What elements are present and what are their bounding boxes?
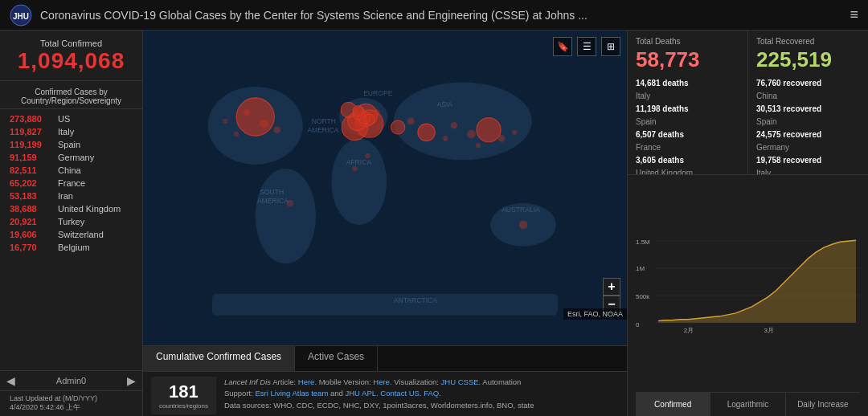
tab-daily-increase[interactable]: Daily Increase <box>786 393 860 416</box>
country-name: Spain <box>58 140 80 149</box>
svg-point-24 <box>273 126 280 133</box>
list-item[interactable]: 19,606Switzerland <box>0 228 142 241</box>
stat-location: France <box>636 143 661 152</box>
tab-active-cases[interactable]: Active Cases <box>295 346 378 371</box>
bottom-info-bar: 181 countries/regions Lancet Inf Dis Art… <box>143 371 627 416</box>
mobile-link[interactable]: Here <box>373 377 390 386</box>
country-count: 91,159 <box>10 153 54 162</box>
center-area: NORTH AMERICA EUROPE ASIA AFRICA SOUTH A… <box>143 31 627 416</box>
svg-point-16 <box>418 124 436 141</box>
svg-point-22 <box>364 114 375 124</box>
recovered-value: 225,519 <box>756 47 860 72</box>
tab-cumulative-confirmed[interactable]: Cumulative Confirmed Cases <box>143 346 295 371</box>
svg-point-23 <box>260 120 268 128</box>
country-count: 119,827 <box>10 127 54 137</box>
map-container[interactable]: NORTH AMERICA EUROPE ASIA AFRICA SOUTH A… <box>143 31 627 345</box>
svg-point-30 <box>407 118 415 125</box>
stat-location: Italy <box>636 92 650 100</box>
article-link[interactable]: Here <box>298 377 315 386</box>
list-item[interactable]: 38,688United Kingdom <box>0 202 142 215</box>
svg-point-29 <box>373 109 380 116</box>
stat-location: Italy <box>756 169 771 175</box>
faq-link[interactable]: FAQ <box>424 389 439 398</box>
svg-text:AFRICA: AFRICA <box>346 158 372 166</box>
country-name: Germany <box>58 153 94 162</box>
country-count: 53,183 <box>10 191 54 201</box>
stat-location: United Kingdom <box>636 169 693 175</box>
jhu-apl-link[interactable]: JHU APL <box>345 389 376 398</box>
list-item[interactable]: 91,159Germany <box>0 151 142 164</box>
contact-link[interactable]: Contact US <box>380 389 420 398</box>
country-count: 82,511 <box>10 165 54 175</box>
country-count: 119,199 <box>10 140 54 149</box>
stat-location: Spain <box>636 117 657 126</box>
deaths-label: Total Deaths <box>636 37 739 46</box>
map-tabs: Cumulative Confirmed Cases Active Cases <box>143 345 627 371</box>
list-item[interactable]: 65,202France <box>0 177 142 190</box>
map-background: NORTH AMERICA EUROPE ASIA AFRICA SOUTH A… <box>143 31 627 345</box>
next-arrow[interactable]: ▶ <box>127 374 136 387</box>
svg-text:NORTH: NORTH <box>312 117 336 125</box>
svg-text:1M: 1M <box>636 265 645 272</box>
list-item[interactable]: 20,921Turkey <box>0 215 142 228</box>
svg-text:0: 0 <box>636 321 640 328</box>
list-view-button[interactable]: ☰ <box>577 37 596 56</box>
grid-view-button[interactable]: ⊞ <box>601 37 620 56</box>
last-updated: Last Updated at (M/D/YYY) 4/4/2020 5:42:… <box>0 390 142 416</box>
country-name: Italy <box>58 127 74 137</box>
bottom-info-text: Lancet Inf Dis Article: Here. Mobile Ver… <box>224 377 619 411</box>
country-name: China <box>58 165 81 175</box>
recovered-label: Total Recovered <box>756 37 860 46</box>
svg-text:ANTARCTICA: ANTARCTICA <box>394 296 438 304</box>
list-item[interactable]: 82,511China <box>0 164 142 177</box>
svg-point-27 <box>451 122 458 129</box>
list-item[interactable]: 53,183Iran <box>0 190 142 202</box>
svg-point-35 <box>498 135 506 142</box>
stats-row: Total Deaths 58,773 14,681 deathsItaly11… <box>628 31 868 175</box>
world-map-svg: NORTH AMERICA EUROPE ASIA AFRICA SOUTH A… <box>143 31 627 324</box>
svg-point-18 <box>391 120 405 134</box>
esri-link[interactable]: Esri Living Atlas team <box>255 389 328 398</box>
list-item[interactable]: 16,770Belgium <box>0 241 142 254</box>
list-item: 19,758 recoveredItaly <box>756 154 860 175</box>
stat-count: 11,198 deaths <box>636 104 689 113</box>
country-count: 38,688 <box>10 204 54 214</box>
stat-count: 14,681 deaths <box>636 79 689 88</box>
deaths-value: 58,773 <box>636 47 739 72</box>
list-item: 14,681 deathsItaly <box>636 77 739 103</box>
bookmark-button[interactable]: 🔖 <box>553 37 572 56</box>
tab-confirmed[interactable]: Confirmed <box>636 393 710 416</box>
zoom-in-button[interactable]: + <box>603 278 620 296</box>
bottom-text-line1: Lancet Inf Dis Article: Here. Mobile Ver… <box>224 377 619 388</box>
country-name: United Kingdom <box>58 204 121 214</box>
map-attribution: Esri, FAO, NOAA <box>563 308 627 320</box>
total-confirmed-box: Total Confirmed 1,094,068 <box>0 31 142 81</box>
menu-icon[interactable]: ≡ <box>850 6 858 23</box>
svg-rect-9 <box>212 294 558 316</box>
stat-count: 30,513 recovered <box>756 104 821 113</box>
svg-point-28 <box>443 136 448 141</box>
last-updated-value: 4/4/2020 5:42:46 上午 <box>10 402 133 413</box>
country-name: US <box>58 114 70 124</box>
jhu-csse-link[interactable]: JHU CSSE <box>441 377 479 386</box>
list-item[interactable]: 119,827Italy <box>0 125 142 138</box>
tab-logarithmic[interactable]: Logarithmic <box>710 393 785 416</box>
stat-count: 6,507 deaths <box>636 130 684 139</box>
svg-text:SOUTH: SOUTH <box>260 188 284 196</box>
deaths-box: Total Deaths 58,773 14,681 deathsItaly11… <box>628 31 748 175</box>
list-item[interactable]: 273,880US <box>0 112 142 125</box>
prev-arrow[interactable]: ◀ <box>6 374 15 387</box>
left-sidebar: Total Confirmed 1,094,068 Confirmed Case… <box>0 31 143 416</box>
stat-count: 3,605 deaths <box>636 156 684 165</box>
bottom-text-line2: Support: Esri Living Atlas team and JHU … <box>224 388 619 399</box>
list-item[interactable]: 119,199Spain <box>0 138 142 151</box>
chart-tabs: ConfirmedLogarithmicDaily Increase <box>636 392 860 416</box>
country-name: Belgium <box>58 243 90 252</box>
chart-container: 1.5M 1M 500k 0 2月 3月 <box>636 181 860 392</box>
countries-count-number: 181 <box>159 381 208 402</box>
countries-count-label: countries/regions <box>159 402 208 410</box>
country-name: France <box>58 178 85 188</box>
svg-point-26 <box>467 130 476 139</box>
page-title: Coronavirus COVID-19 Global Cases by the… <box>40 9 841 22</box>
country-name: Iran <box>58 191 73 201</box>
